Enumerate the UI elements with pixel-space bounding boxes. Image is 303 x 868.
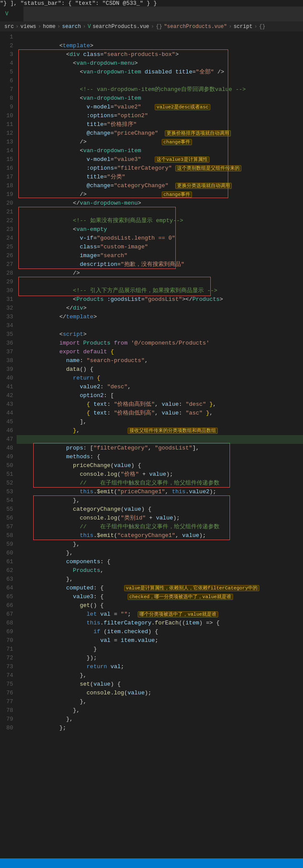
- code-line-44: ],: [17, 409, 303, 418]
- bc-home: home: [43, 24, 56, 30]
- code-line-74: set(value) {: [17, 671, 303, 680]
- breadcrumb: src › views › home › search › V searchPr…: [0, 22, 303, 32]
- code-line-27: />: [17, 260, 303, 269]
- code-line-16: title="分类": [17, 164, 303, 173]
- code-line-11: @change="priceChange" 更换价格排序选项就自动调用: [17, 120, 303, 129]
- code-line-9: :options="option2": [17, 103, 303, 112]
- code-line-45: }, 接收父组件传来的分类项数组和商品数组: [17, 418, 303, 426]
- code-line-51: // 在子组件中触发自定义事件，给父组件传递参数: [17, 470, 303, 479]
- code-lines: <template> <div class="search-products-b…: [17, 32, 303, 733]
- code-line-69: val = item.value;: [17, 627, 303, 636]
- bc-views: views: [21, 24, 36, 30]
- line-numbers: 12345 678910 1112131415 1617181920 21222…: [0, 32, 17, 733]
- code-line-62: },: [17, 566, 303, 575]
- code-line-52: this.$emit("priceChange1", this.value2);: [17, 479, 303, 488]
- bc-braces2: {}: [259, 24, 265, 30]
- code-editor: 12345 678910 1112131415 1617181920 21222…: [0, 32, 303, 733]
- code-line-60: components: {: [17, 549, 303, 558]
- code-line-31: </div>: [17, 295, 303, 304]
- code-line-39: return {: [17, 365, 303, 374]
- code-line-15: :options="filterCategory" 这个类别数组是父组件传来的: [17, 155, 303, 164]
- code-line-40: value2: "desc",: [17, 374, 303, 383]
- code-line-1: <template>: [17, 33, 303, 42]
- code-line-66: let val = ""; 哪个分类项被选中了，value就是谁: [17, 601, 303, 610]
- code-line-14: v-model="value3" 这个value3是计算属性: [17, 146, 303, 155]
- code-line-36: export default {: [17, 339, 303, 348]
- code-line-21: <!-- 如果没有搜索到商品显示 empty-->: [17, 208, 303, 216]
- code-line-68: if (item.checked) {: [17, 619, 303, 627]
- code-line-48: methods: {: [17, 444, 303, 453]
- bc-braces1: {}: [156, 24, 162, 30]
- code-line-23: v-if="goodsList.length == 0": [17, 225, 303, 234]
- code-line-12: /> change事件: [17, 129, 303, 138]
- code-line-43: { text: "价格由低到高", value: "asc" },: [17, 400, 303, 409]
- bc-quotes: "searchProducts.vue": [164, 24, 227, 30]
- active-tab[interactable]: V: [0, 7, 24, 21]
- code-line-70: }: [17, 636, 303, 645]
- code-line-4: <van-dropdown-item disabled title="全部" /…: [17, 59, 303, 68]
- code-line-61: Products,: [17, 558, 303, 566]
- code-line-30: <Products :goodsList="goodsList"></Produ…: [17, 286, 303, 295]
- code-line-77: },: [17, 697, 303, 706]
- code-line-80: </script >: [17, 724, 303, 732]
- code-line-28: [17, 269, 303, 278]
- code-line-41: option2: [: [17, 383, 303, 391]
- code-line-55: console.log("类别id" + value);: [17, 505, 303, 514]
- code-line-8: v-model="value2" value2是desc或者asc: [17, 94, 303, 103]
- code-line-25: image="search": [17, 243, 303, 251]
- status-bar: [0, 858, 303, 868]
- code-line-29: <!-- 引入下方产品展示组件，如果搜索到商品显示 -->: [17, 278, 303, 286]
- code-line-38: data() {: [17, 356, 303, 365]
- code-line-5: [17, 68, 303, 77]
- code-line-6: <!-- van-dropdown-item的change自带回调参数value…: [17, 77, 303, 85]
- code-line-46: },: [17, 426, 303, 435]
- code-line-20: [17, 199, 303, 208]
- code-line-57: this.$emit("categoryChange1", value);: [17, 523, 303, 531]
- code-line-22: <van-empty: [17, 216, 303, 225]
- code-line-32: </template>: [17, 304, 303, 313]
- code-line-49: priceChange(value) {: [17, 453, 303, 461]
- code-line-34: <script>: [17, 321, 303, 330]
- code-line-56: // 在子组件中触发自定义事件，给父组件传递参数: [17, 514, 303, 523]
- code-line-58: },: [17, 531, 303, 540]
- code-line-67: this.filterCategory.forEach((item) => {: [17, 610, 303, 619]
- code-line-37: name: "search-products",: [17, 348, 303, 356]
- code-line-19: </van-dropdown-menu>: [17, 190, 303, 199]
- code-line-50: console.log("价格" + value);: [17, 461, 303, 470]
- code-line-18: /> change事件: [17, 181, 303, 190]
- bc-src: src: [4, 24, 14, 30]
- code-line-33: [17, 313, 303, 321]
- code-line-72: return val;: [17, 654, 303, 662]
- code-line-2: <div class="search-products-box">: [17, 42, 303, 50]
- code-line-13: <van-dropdown-item: [17, 138, 303, 146]
- code-line-63: computed: { value是计算属性，依赖别人，它依赖filterCat…: [17, 575, 303, 584]
- code-line-64: value3: { checked，哪一分类项被选中了，value就是谁: [17, 584, 303, 593]
- code-line-53: },: [17, 488, 303, 496]
- code-line-71: });: [17, 645, 303, 654]
- bc-filename: searchProducts.vue: [93, 24, 150, 30]
- code-line-75: console.log(value);: [17, 680, 303, 689]
- code-line-54: categoryChange(value) {: [17, 496, 303, 505]
- code-line-78: },: [17, 706, 303, 715]
- code-line-79: };: [17, 715, 303, 724]
- bc-search: search: [62, 24, 81, 30]
- tab-bar: V: [0, 7, 303, 22]
- code-line-65: get() {: [17, 593, 303, 601]
- code-line-76: },: [17, 689, 303, 697]
- code-line-42: { text: "价格由高到低", value: "desc" },: [17, 391, 303, 400]
- code-line-3: <van-dropdown-menu>: [17, 50, 303, 59]
- code-line-73: },: [17, 662, 303, 671]
- code-line-17: @change="categoryChange" 更换分类选项就自动调用: [17, 173, 303, 181]
- bc-script: script: [233, 24, 252, 30]
- code-line-10: title="价格排序": [17, 112, 303, 120]
- bc-file: V: [87, 24, 91, 30]
- code-line-26: description="抱歉，没有搜索到商品": [17, 251, 303, 260]
- vue-file-icon: V: [5, 11, 8, 17]
- code-body: 12345 678910 1112131415 1617181920 21222…: [0, 32, 303, 733]
- code-line-7: <van-dropdown-item: [17, 85, 303, 94]
- app-container: V src › views › home › search › V search…: [0, 7, 303, 733]
- code-line-47: props: ["filterCategory", "goodsList"],: [17, 435, 303, 444]
- code-line-59: },: [17, 540, 303, 549]
- code-line-24: class="custom-image": [17, 234, 303, 243]
- code-line-35: import Products from '@/components/Produ…: [17, 330, 303, 339]
